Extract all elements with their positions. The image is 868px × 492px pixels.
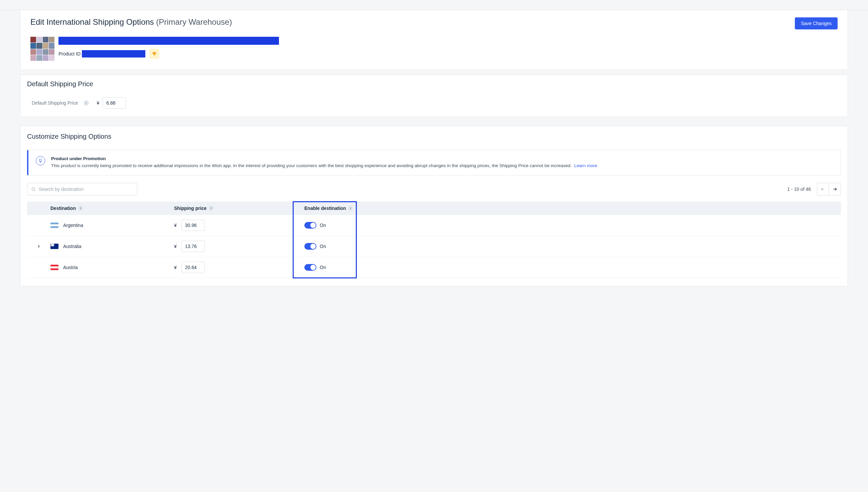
search-icon — [31, 187, 36, 192]
currency-symbol: ¥ — [174, 244, 177, 249]
price-cell: ¥ — [174, 262, 295, 273]
shipping-price-input[interactable] — [181, 262, 205, 273]
toggle-label: On — [320, 244, 326, 249]
default-shipping-card: Default Shipping Price Default Shipping … — [20, 75, 848, 117]
arrow-right-icon — [832, 187, 838, 192]
product-name-redacted — [58, 37, 279, 45]
table-row: Australia¥On — [27, 236, 841, 257]
product-id-label: Product ID — [58, 51, 80, 56]
toggle-label: On — [320, 265, 326, 270]
destinations-table: Destination i Shipping price i Enable de… — [27, 201, 841, 278]
enable-toggle[interactable] — [304, 222, 316, 229]
chevron-right-icon[interactable] — [36, 244, 41, 249]
pager: 1 - 10 of 46 — [787, 183, 841, 196]
currency-symbol: ¥ — [174, 265, 177, 270]
page-title-sub: (Primary Warehouse) — [156, 17, 232, 26]
destination-search-input[interactable] — [27, 183, 137, 196]
info-icon[interactable]: i — [348, 205, 353, 211]
currency-symbol: ¥ — [174, 223, 177, 228]
default-shipping-input[interactable] — [103, 97, 126, 108]
header-card: Edit International Shipping Options (Pri… — [20, 10, 848, 70]
destination-cell: Argentina — [50, 223, 174, 228]
callout-title: Product under Promotion — [51, 156, 597, 161]
arrow-left-icon — [820, 187, 825, 192]
col-enable-destination: Enable destination — [304, 205, 346, 211]
callout-body: This product is currently being promoted… — [51, 163, 597, 169]
toggle-label: On — [320, 223, 326, 228]
col-shipping-price: Shipping price — [174, 205, 206, 211]
callout-body-text: This product is currently being promoted… — [51, 163, 572, 168]
enable-cell: On — [295, 222, 841, 229]
flag-icon — [50, 244, 58, 249]
customize-shipping-card: Customize Shipping Options Product under… — [20, 126, 848, 287]
save-changes-button[interactable]: Save Changes — [795, 17, 838, 29]
enable-toggle[interactable] — [304, 264, 316, 271]
shipping-price-input[interactable] — [181, 220, 205, 231]
info-icon[interactable]: i — [83, 100, 89, 106]
price-cell: ¥ — [174, 220, 295, 231]
price-cell: ¥ — [174, 241, 295, 252]
shipping-price-input[interactable] — [181, 241, 205, 252]
flag-icon — [50, 223, 58, 228]
destination-cell: Australia — [50, 244, 174, 249]
destination-name: Australia — [63, 244, 81, 249]
customize-shipping-title: Customize Shipping Options — [27, 133, 841, 140]
flag-icon — [50, 265, 58, 270]
promotion-callout: Product under Promotion This product is … — [27, 150, 841, 175]
table-header: Destination i Shipping price i Enable de… — [27, 201, 841, 215]
enable-cell: On — [295, 264, 841, 271]
pager-range: 1 - 10 of 46 — [787, 187, 811, 192]
currency-symbol: ¥ — [97, 100, 100, 106]
destination-cell: Austria — [50, 265, 174, 270]
diamond-badge — [149, 49, 159, 59]
default-shipping-title: Default Shipping Price — [27, 80, 841, 88]
table-row: Austria¥On — [27, 257, 841, 278]
enable-cell: On — [295, 243, 841, 250]
diamond-icon — [152, 51, 157, 56]
table-row: Argentina¥On — [27, 215, 841, 236]
pager-next-button[interactable] — [829, 183, 841, 196]
product-thumbnail-grid — [30, 37, 54, 61]
default-shipping-label: Default Shipping Price — [32, 100, 78, 106]
info-icon[interactable]: i — [78, 205, 83, 211]
product-id-redacted — [82, 50, 145, 57]
destination-name: Austria — [63, 265, 78, 270]
col-destination: Destination — [50, 205, 76, 211]
top-strip — [0, 0, 868, 10]
enable-toggle[interactable] — [304, 243, 316, 250]
learn-more-link[interactable]: Learn more — [574, 163, 597, 168]
pager-prev-button[interactable] — [817, 183, 829, 196]
page-title-main: Edit International Shipping Options — [30, 17, 154, 26]
destination-name: Argentina — [63, 223, 83, 228]
info-icon[interactable]: i — [208, 205, 214, 211]
svg-point-0 — [32, 188, 34, 190]
lightbulb-icon — [36, 156, 45, 166]
page-title: Edit International Shipping Options (Pri… — [30, 17, 232, 27]
